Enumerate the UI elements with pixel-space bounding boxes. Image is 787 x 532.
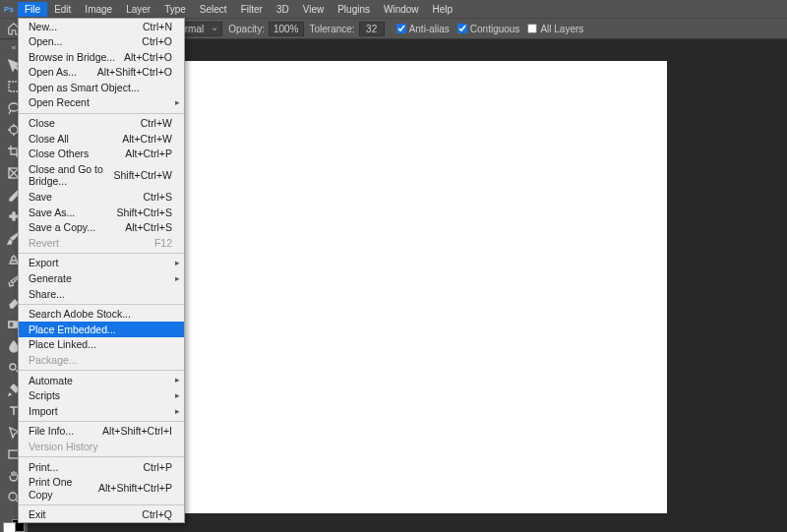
menu-item-shortcut: Alt+Shift+Ctrl+P — [98, 482, 172, 495]
menu-item-shortcut: Alt+Ctrl+S — [125, 221, 172, 234]
menu-item-shortcut: Alt+Ctrl+P — [125, 148, 172, 160]
file-menu-place-embedded[interactable]: Place Embedded... — [19, 322, 184, 337]
menu-item-label: Place Linked... — [29, 338, 96, 351]
menu-item-shortcut: Alt+Ctrl+O — [124, 51, 172, 64]
file-menu-close[interactable]: CloseCtrl+W — [19, 116, 184, 132]
file-menu-open[interactable]: Open...Ctrl+O — [19, 34, 184, 50]
file-menu-generate[interactable]: Generate — [19, 271, 184, 287]
svg-point-7 — [10, 364, 16, 370]
file-menu-save-as[interactable]: Save As...Shift+Ctrl+S — [19, 205, 184, 220]
menu-separator — [19, 113, 184, 114]
file-menu-import[interactable]: Import — [19, 403, 184, 419]
opacity-value[interactable]: 100% — [269, 22, 304, 36]
menu-item-label: Save a Copy... — [29, 221, 95, 234]
menu-item-label: Print... — [29, 461, 58, 474]
svg-rect-6 — [9, 322, 14, 327]
menu-item-label: Scripts — [29, 389, 60, 402]
svg-point-9 — [9, 493, 17, 501]
menu-item-shortcut: Ctrl+O — [142, 35, 172, 48]
menubar: Ps FileEditImageLayerTypeSelectFilter3DV… — [0, 0, 787, 18]
menu-item-label: Package... — [29, 354, 78, 367]
menu-item-shortcut: Ctrl+W — [141, 117, 172, 130]
menu-item-label: Share... — [29, 288, 65, 301]
file-menu-save-a-copy[interactable]: Save a Copy...Alt+Ctrl+S — [19, 220, 184, 236]
file-menu-open-recent[interactable]: Open Recent — [19, 95, 184, 111]
menu-item-label: Export — [29, 257, 58, 269]
tolerance-value[interactable]: 32 — [359, 22, 385, 36]
file-menu-save[interactable]: SaveCtrl+S — [19, 190, 184, 206]
menu-item-label: Place Embedded... — [29, 324, 116, 336]
menu-item-label: Print One Copy — [29, 476, 98, 501]
file-menu-share[interactable]: Share... — [19, 286, 184, 302]
menu-item-shortcut: Ctrl+P — [144, 461, 172, 474]
menu-edit[interactable]: Edit — [47, 2, 78, 17]
menu-window[interactable]: Window — [377, 2, 426, 17]
file-menu-close-all[interactable]: Close AllAlt+Ctrl+W — [19, 131, 184, 147]
menu-item-shortcut: Alt+Shift+Ctrl+I — [102, 425, 172, 438]
menu-item-label: Save — [29, 191, 52, 204]
menu-type[interactable]: Type — [157, 2, 193, 17]
document-canvas[interactable] — [165, 61, 667, 513]
option-all-layers[interactable]: All Layers — [527, 24, 583, 34]
file-menu-close-and-go-to-bridge[interactable]: Close and Go to Bridge...Shift+Ctrl+W — [19, 161, 184, 189]
file-menu-browse-in-bridge[interactable]: Browse in Bridge...Alt+Ctrl+O — [19, 49, 184, 65]
option-contiguous[interactable]: Contiguous — [457, 24, 520, 34]
menu-item-label: File Info... — [29, 425, 74, 438]
menu-item-shortcut: Alt+Shift+Ctrl+O — [97, 66, 172, 79]
file-menu-open-as-smart-object[interactable]: Open as Smart Object... — [19, 80, 184, 95]
file-menu-package: Package... — [19, 352, 184, 368]
menu-item-label: Open As... — [29, 66, 77, 79]
file-menu-print-one-copy[interactable]: Print One CopyAlt+Shift+Ctrl+P — [19, 475, 184, 502]
menu-layer[interactable]: Layer — [119, 2, 157, 17]
file-menu-export[interactable]: Export — [19, 256, 184, 271]
menu-item-shortcut: Ctrl+Q — [142, 508, 172, 521]
svg-rect-4 — [13, 212, 15, 220]
file-menu-automate[interactable]: Automate — [19, 373, 184, 388]
file-menu-dropdown: New...Ctrl+NOpen...Ctrl+OBrowse in Bridg… — [18, 18, 185, 523]
menu-separator — [19, 370, 184, 371]
menu-separator — [19, 253, 184, 254]
menu-plugins[interactable]: Plugins — [331, 2, 377, 17]
file-menu-scripts[interactable]: Scripts — [19, 388, 184, 404]
file-menu-revert: RevertF12 — [19, 235, 184, 251]
file-menu-open-as[interactable]: Open As...Alt+Shift+Ctrl+O — [19, 65, 184, 81]
menu-item-label: Save As... — [29, 207, 75, 219]
menu-item-shortcut: Ctrl+S — [144, 191, 172, 204]
menu-select[interactable]: Select — [193, 2, 234, 17]
menu-item-label: New... — [29, 21, 57, 33]
menu-item-label: Open as Smart Object... — [29, 82, 140, 94]
file-menu-close-others[interactable]: Close OthersAlt+Ctrl+P — [19, 147, 184, 162]
color-swatches[interactable] — [3, 522, 25, 532]
menu-image[interactable]: Image — [78, 2, 119, 17]
file-menu-exit[interactable]: ExitCtrl+Q — [19, 507, 184, 523]
svg-point-1 — [10, 126, 18, 134]
menu-item-label: Close — [29, 117, 55, 130]
menu-separator — [19, 456, 184, 457]
menu-item-label: Close All — [29, 133, 69, 146]
option-anti-alias[interactable]: Anti-alias — [396, 24, 450, 34]
file-menu-new[interactable]: New...Ctrl+N — [19, 19, 184, 34]
menu-item-label: Close and Go to Bridge... — [29, 163, 113, 188]
menu-file[interactable]: File — [18, 2, 47, 17]
app-icon: Ps — [0, 5, 18, 14]
menu-item-label: Browse in Bridge... — [29, 51, 115, 64]
menu-item-label: Automate — [29, 375, 73, 387]
opacity-label: Opacity: — [228, 24, 265, 34]
file-menu-place-linked[interactable]: Place Linked... — [19, 337, 184, 353]
menu-filter[interactable]: Filter — [234, 2, 270, 17]
menu-help[interactable]: Help — [426, 2, 460, 17]
menu-item-shortcut: Shift+Ctrl+S — [116, 207, 172, 219]
menu-view[interactable]: View — [296, 2, 332, 17]
menu-item-shortcut: Alt+Ctrl+W — [122, 133, 172, 146]
menu-item-label: Exit — [29, 508, 46, 521]
tolerance-label: Tolerance: — [310, 24, 355, 34]
file-menu-search-adobe-stock[interactable]: Search Adobe Stock... — [19, 307, 184, 323]
menu-item-label: Open... — [29, 35, 62, 48]
menu-separator — [19, 304, 184, 305]
foreground-color-swatch[interactable] — [3, 522, 16, 532]
file-menu-print[interactable]: Print...Ctrl+P — [19, 459, 184, 475]
file-menu-file-info[interactable]: File Info...Alt+Shift+Ctrl+I — [19, 424, 184, 440]
menu-item-label: Search Adobe Stock... — [29, 308, 131, 321]
menu-item-label: Import — [29, 405, 58, 418]
menu-3d[interactable]: 3D — [270, 2, 296, 17]
